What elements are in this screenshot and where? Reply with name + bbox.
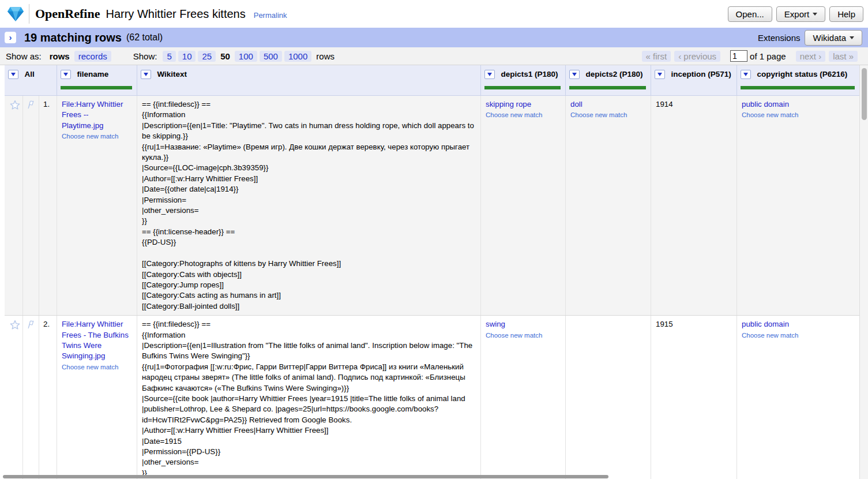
choose-new-match-link[interactable]: Choose new match <box>62 132 132 141</box>
star-icon <box>10 100 20 110</box>
horizontal-scrollbar-thumb[interactable] <box>3 475 608 478</box>
export-button-label: Export <box>784 9 809 19</box>
column-header-depicts1: depicts1 (P180) <box>480 65 565 95</box>
copyright-status-link[interactable]: public domain <box>742 99 855 110</box>
column-header-inception: inception (P571) <box>651 65 737 95</box>
column-menu-button[interactable] <box>655 70 665 79</box>
column-header-label: inception (P571) <box>671 70 731 78</box>
app-name: OpenRefine <box>35 6 100 21</box>
openrefine-diamond-logo-icon <box>7 6 24 22</box>
vertical-scrollbar-thumb[interactable] <box>862 68 867 120</box>
help-button[interactable]: Help <box>829 6 863 22</box>
column-menu-button[interactable] <box>741 70 751 79</box>
wikidata-extension-label: Wikidata <box>813 33 846 43</box>
extensions-label: Extensions <box>758 33 800 43</box>
page-size-50-selected[interactable]: 50 <box>220 51 230 61</box>
depicts1-link[interactable]: swing <box>486 319 561 330</box>
table-row: 2. File:Harry Whittier Frees - The Bufki… <box>5 316 859 479</box>
column-header-wikitext: Wikitext <box>137 65 480 95</box>
page-size-10-link[interactable]: 10 <box>178 51 196 62</box>
flag-icon <box>26 100 36 109</box>
pagination-first-button[interactable]: « first <box>642 51 671 62</box>
chevron-down-icon <box>850 36 854 39</box>
open-button[interactable]: Open... <box>728 6 772 22</box>
page-size-1000-link[interactable]: 1000 <box>284 51 311 62</box>
show-as-records-link[interactable]: records <box>74 51 111 62</box>
column-header-label: copyright status (P6216) <box>757 70 847 78</box>
depicts1-cell: skipping rope Choose new match <box>480 96 565 315</box>
chevron-down-icon <box>11 73 16 76</box>
wikidata-extension-button[interactable]: Wikidata <box>805 30 862 46</box>
pagination-last-button[interactable]: last » <box>829 51 858 62</box>
flag-toggle[interactable] <box>22 316 39 479</box>
column-header-all: All <box>5 65 57 95</box>
filename-link[interactable]: File:Harry Whittier Frees - The Bufkins … <box>62 319 132 362</box>
column-header-label: depicts2 (P180) <box>585 70 642 78</box>
star-toggle[interactable] <box>5 316 22 479</box>
filename-link[interactable]: File:Harry Whittier Frees -- Playtime.jp… <box>62 99 132 131</box>
chevron-down-icon <box>63 73 68 76</box>
filename-cell: File:Harry Whittier Frees -- Playtime.jp… <box>57 96 137 315</box>
chevron-down-icon <box>144 73 148 76</box>
page-size-25-link[interactable]: 25 <box>198 51 216 62</box>
app-header: OpenRefine Harry Whittier Frees kittens … <box>0 0 868 28</box>
depicts1-link[interactable]: skipping rope <box>486 99 561 110</box>
reconcile-progress-bar <box>569 86 646 89</box>
depicts2-cell: doll Choose new match <box>565 96 651 315</box>
column-menu-button[interactable] <box>8 70 18 79</box>
expand-facets-button[interactable]: › <box>5 32 16 43</box>
column-menu-button[interactable] <box>569 70 580 79</box>
choose-new-match-link[interactable]: Choose new match <box>570 111 646 119</box>
pagination-previous-button[interactable]: ‹ previous <box>674 51 720 62</box>
copyright-status-cell: public domain Choose new match <box>737 96 859 315</box>
wikitext-cell[interactable]: == {{int:filedesc}} == {{Information |De… <box>137 96 480 315</box>
show-as-label: Show as: <box>6 51 42 61</box>
matching-rows-count: 19 matching rows <box>24 31 122 44</box>
page-number-input[interactable] <box>730 50 747 62</box>
filename-cell: File:Harry Whittier Frees - The Bufkins … <box>57 316 137 479</box>
chevron-down-icon <box>813 13 817 16</box>
permalink-link[interactable]: Permalink <box>254 11 287 20</box>
table-row: 1. File:Harry Whittier Frees -- Playtime… <box>5 96 859 316</box>
copyright-status-link[interactable]: public domain <box>742 319 855 330</box>
flag-icon <box>26 320 36 329</box>
reconcile-progress-bar <box>61 86 132 89</box>
choose-new-match-link[interactable]: Choose new match <box>742 331 855 340</box>
depicts2-link[interactable]: doll <box>570 99 646 110</box>
column-menu-button[interactable] <box>141 70 151 79</box>
choose-new-match-link[interactable]: Choose new match <box>742 111 855 119</box>
row-index: 2. <box>39 316 57 479</box>
inception-cell[interactable]: 1915 <box>651 316 737 479</box>
star-icon <box>10 320 20 330</box>
flag-toggle[interactable] <box>22 96 39 315</box>
depicts2-cell <box>565 316 651 479</box>
page-size-5-link[interactable]: 5 <box>163 51 175 62</box>
column-header-label: Wikitext <box>157 70 187 78</box>
page-size-suffix: rows <box>316 51 335 61</box>
vertical-scrollbar[interactable] <box>859 65 868 479</box>
logo-divider <box>29 4 29 24</box>
wikitext-cell[interactable]: == {{int:filedesc}} == {{Information |De… <box>137 316 480 479</box>
chevron-down-icon <box>487 73 492 76</box>
project-title: Harry Whittier Frees kittens <box>106 8 245 21</box>
column-menu-button[interactable] <box>484 70 495 79</box>
column-header-depicts2: depicts2 (P180) <box>565 65 651 95</box>
star-toggle[interactable] <box>5 96 22 315</box>
inception-cell[interactable]: 1914 <box>651 96 737 315</box>
column-header-filename: filename <box>57 65 137 95</box>
choose-new-match-link[interactable]: Choose new match <box>62 363 132 372</box>
export-button[interactable]: Export <box>776 6 825 22</box>
column-header-copyright-status: copyright status (P6216) <box>737 65 859 95</box>
page-size-500-link[interactable]: 500 <box>260 51 282 62</box>
row-index: 1. <box>39 96 57 315</box>
horizontal-scrollbar[interactable] <box>0 474 859 479</box>
page-size-100-link[interactable]: 100 <box>235 51 257 62</box>
pagination-next-button[interactable]: next › <box>796 51 826 62</box>
choose-new-match-link[interactable]: Choose new match <box>486 331 561 340</box>
column-menu-button[interactable] <box>61 70 71 79</box>
reconcile-progress-bar <box>484 86 561 89</box>
show-as-rows-selected[interactable]: rows <box>50 51 70 61</box>
reconcile-progress-bar <box>741 86 855 89</box>
data-table: All filename Wikitext depicts1 (P180) de… <box>0 65 859 479</box>
choose-new-match-link[interactable]: Choose new match <box>486 111 561 119</box>
